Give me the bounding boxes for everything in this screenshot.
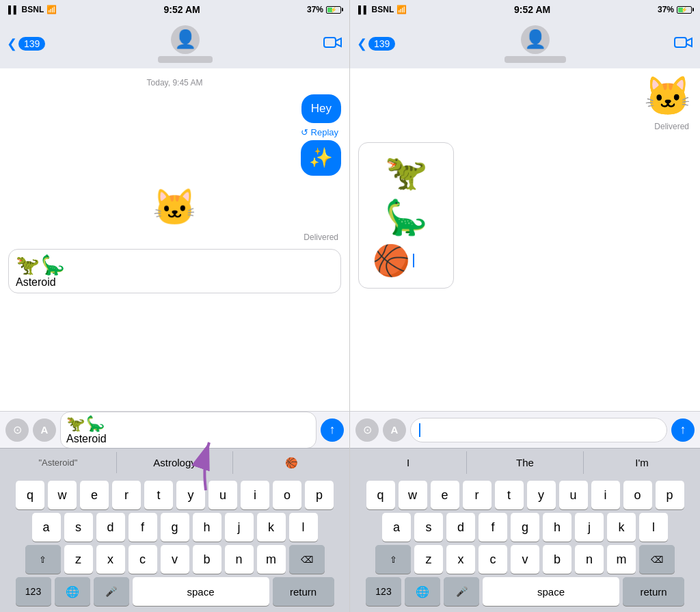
kb-f-left[interactable]: f bbox=[129, 513, 157, 542]
kb-g-left[interactable]: g bbox=[161, 513, 189, 542]
kb-h-left[interactable]: h bbox=[193, 513, 221, 542]
autocomplete-item-1-right[interactable]: I bbox=[350, 451, 467, 474]
autocomplete-item-3-right[interactable]: I'm bbox=[584, 451, 700, 474]
sticker-dino2: 🦕 bbox=[41, 254, 65, 276]
kb-b-right[interactable]: b bbox=[543, 545, 571, 574]
message-input-right[interactable] bbox=[410, 418, 667, 442]
back-badge-left[interactable]: 139 bbox=[18, 37, 45, 51]
kb-n-left[interactable]: n bbox=[225, 545, 254, 574]
kb-v-left[interactable]: v bbox=[161, 545, 189, 574]
kb-backspace-left[interactable]: ⌫ bbox=[289, 545, 325, 574]
kb-f-right[interactable]: f bbox=[479, 513, 507, 542]
kb-i-right[interactable]: i bbox=[591, 481, 620, 509]
kb-return-left[interactable]: return bbox=[273, 577, 334, 606]
kb-j-right[interactable]: j bbox=[575, 513, 604, 542]
kb-globe-right[interactable]: 🌐 bbox=[405, 577, 440, 606]
app-button-right[interactable]: A bbox=[383, 418, 406, 442]
kb-u-left[interactable]: u bbox=[208, 481, 237, 509]
kb-y-left[interactable]: y bbox=[176, 481, 205, 509]
sticker-box-right: 🦖 🦕 🏀 bbox=[358, 142, 454, 289]
kb-s-right[interactable]: s bbox=[414, 513, 443, 542]
kb-d-left[interactable]: d bbox=[96, 513, 125, 542]
kb-num-left[interactable]: 123 bbox=[16, 577, 51, 606]
kb-shift-left[interactable]: ⇧ bbox=[25, 545, 61, 574]
replay-link[interactable]: ↺ Replay bbox=[8, 127, 338, 137]
kb-z-right[interactable]: z bbox=[414, 545, 443, 574]
kb-a-left[interactable]: a bbox=[32, 513, 61, 542]
battery-pct-right: 37% bbox=[658, 5, 674, 14]
kb-l-left[interactable]: l bbox=[289, 513, 318, 542]
kb-mic-left[interactable]: 🎤 bbox=[94, 577, 129, 606]
kb-backspace-right[interactable]: ⌫ bbox=[639, 545, 675, 574]
message-sticker-box-right: 🦖 🦕 🏀 bbox=[358, 138, 692, 293]
kb-b-left[interactable]: b bbox=[193, 545, 221, 574]
kb-r-right[interactable]: r bbox=[463, 481, 492, 509]
kb-c-right[interactable]: c bbox=[479, 545, 507, 574]
kb-r-left[interactable]: r bbox=[112, 481, 141, 509]
kb-q-right[interactable]: q bbox=[366, 481, 395, 509]
kb-return-right[interactable]: return bbox=[623, 577, 684, 606]
app-button-left[interactable]: A bbox=[33, 418, 56, 442]
video-button-left[interactable] bbox=[315, 34, 342, 53]
kb-t-left[interactable]: t bbox=[144, 481, 173, 509]
back-button-left[interactable]: ❮ 139 bbox=[7, 36, 55, 51]
timestamp-left: Today, 9:45 AM bbox=[8, 78, 341, 88]
kb-x-right[interactable]: x bbox=[446, 545, 475, 574]
kb-w-left[interactable]: w bbox=[48, 481, 77, 509]
kb-j-left[interactable]: j bbox=[225, 513, 254, 542]
camera-button-right[interactable]: ⊙ bbox=[355, 418, 379, 442]
kb-w-right[interactable]: w bbox=[399, 481, 427, 509]
autocomplete-item-2-left[interactable]: Astrology bbox=[117, 451, 234, 474]
kb-space-right[interactable]: space bbox=[483, 577, 619, 606]
kb-row-1-left: q w e r t y u i o p bbox=[2, 481, 347, 509]
kb-p-right[interactable]: p bbox=[656, 481, 684, 509]
kb-x-left[interactable]: x bbox=[96, 545, 125, 574]
avatar-right[interactable]: 👤 bbox=[521, 25, 550, 54]
sticker-input-preview: 🦖 🦕 Asteroid bbox=[8, 249, 341, 293]
kb-space-left[interactable]: space bbox=[133, 577, 269, 606]
kb-l-right[interactable]: l bbox=[639, 513, 668, 542]
kb-k-left[interactable]: k bbox=[257, 513, 286, 542]
kb-s-left[interactable]: s bbox=[64, 513, 93, 542]
autocomplete-item-2-right[interactable]: The bbox=[467, 451, 584, 474]
kb-m-right[interactable]: m bbox=[607, 545, 636, 574]
app-store-icon-left: A bbox=[41, 424, 49, 436]
kb-y-right[interactable]: y bbox=[527, 481, 556, 509]
send-button-left[interactable]: ↑ bbox=[321, 418, 344, 442]
kb-o-left[interactable]: o bbox=[273, 481, 301, 509]
camera-button-left[interactable]: ⊙ bbox=[5, 418, 29, 442]
contact-center-left: 👤 bbox=[55, 25, 315, 63]
video-button-right[interactable] bbox=[666, 34, 693, 53]
back-button-right[interactable]: ❮ 139 bbox=[357, 36, 405, 51]
kb-num-right[interactable]: 123 bbox=[366, 577, 401, 606]
kb-m-left[interactable]: m bbox=[257, 545, 286, 574]
kb-q-left[interactable]: q bbox=[16, 481, 44, 509]
kb-p-left[interactable]: p bbox=[305, 481, 334, 509]
kb-c-left[interactable]: c bbox=[129, 545, 157, 574]
kb-v-right[interactable]: v bbox=[511, 545, 539, 574]
kb-o-right[interactable]: o bbox=[623, 481, 652, 509]
kb-a-right[interactable]: a bbox=[382, 513, 411, 542]
kb-t-right[interactable]: t bbox=[495, 481, 524, 509]
kb-n-right[interactable]: n bbox=[575, 545, 604, 574]
kb-g-right[interactable]: g bbox=[511, 513, 539, 542]
kb-mic-right[interactable]: 🎤 bbox=[444, 577, 479, 606]
battery-pct-left: 37% bbox=[307, 5, 323, 14]
kb-k-right[interactable]: k bbox=[607, 513, 636, 542]
kb-globe-left[interactable]: 🌐 bbox=[55, 577, 90, 606]
kb-u-right[interactable]: u bbox=[559, 481, 588, 509]
back-badge-right[interactable]: 139 bbox=[368, 37, 395, 51]
kb-h-right[interactable]: h bbox=[543, 513, 571, 542]
autocomplete-item-3-left[interactable]: 🏀 bbox=[233, 451, 349, 475]
kb-z-left[interactable]: z bbox=[64, 545, 93, 574]
kb-i-left[interactable]: i bbox=[241, 481, 269, 509]
message-input-left[interactable]: 🦖 🦕 Asteroid bbox=[60, 412, 317, 449]
kb-d-right[interactable]: d bbox=[446, 513, 475, 542]
avatar-left[interactable]: 👤 bbox=[171, 25, 200, 54]
kb-e-right[interactable]: e bbox=[431, 481, 459, 509]
send-button-right[interactable]: ↑ bbox=[671, 418, 695, 442]
kb-shift-right[interactable]: ⇧ bbox=[375, 545, 411, 574]
send-icon-right: ↑ bbox=[680, 423, 686, 437]
kb-e-left[interactable]: e bbox=[80, 481, 109, 509]
autocomplete-item-1-left[interactable]: "Asteroid" bbox=[0, 452, 117, 473]
